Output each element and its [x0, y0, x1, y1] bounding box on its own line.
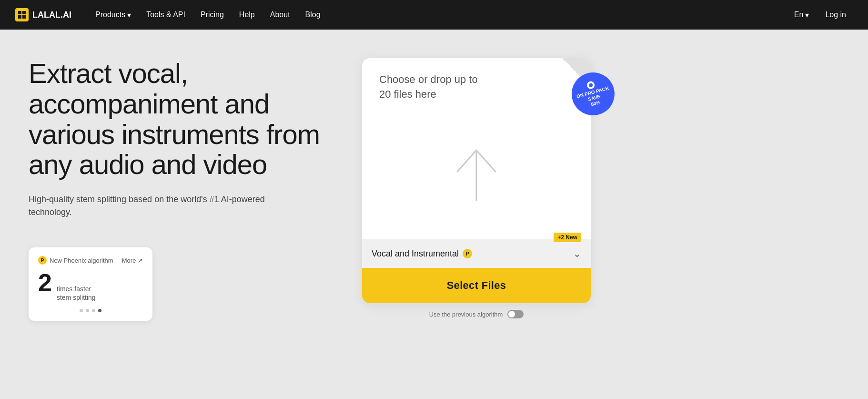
mini-card: P New Phoenix algorithm More ↗ 2 times f… — [29, 247, 152, 320]
pro-pack-dot — [586, 81, 595, 90]
pro-badge-icon: P — [463, 249, 472, 258]
hero-title: Extract vocal, accompaniment and various… — [29, 58, 333, 180]
upload-arrow-area — [379, 112, 574, 222]
new-badge: +2 New — [554, 233, 581, 242]
phoenix-icon: P — [38, 256, 47, 265]
nav-pricing[interactable]: Pricing — [194, 7, 231, 23]
nav-links: Products ▾ Tools & API Pricing Help Abou… — [89, 7, 788, 23]
stat-description: times faster stem splitting — [57, 285, 96, 302]
upload-arrow-icon — [438, 124, 515, 210]
chevron-down-icon: ▾ — [127, 10, 131, 20]
logo-icon — [15, 8, 29, 21]
prev-algo-label: Use the previous algorithm — [429, 311, 503, 318]
select-files-button[interactable]: Select Files — [362, 268, 591, 303]
logo-link[interactable]: LALAL.AI — [15, 8, 71, 21]
dot-1[interactable] — [80, 309, 83, 312]
nav-right: En ▾ Log in — [788, 7, 853, 23]
chevron-down-icon: ⌄ — [573, 248, 581, 259]
navbar: LALAL.AI Products ▾ Tools & API Pricing … — [0, 0, 868, 30]
dropdown-label: Vocal and Instrumental P — [372, 249, 472, 259]
stem-type-dropdown[interactable]: Vocal and Instrumental P ⌄ — [372, 239, 581, 268]
right-section: ON PRO PACK SAVE 50% Choose or drop up t… — [353, 58, 600, 380]
login-link[interactable]: Log in — [818, 7, 853, 23]
mini-card-stat: 2 times faster stem splitting — [38, 270, 143, 302]
dropdown-row: +2 New Vocal and Instrumental P ⌄ — [362, 239, 591, 268]
main-content: Extract vocal, accompaniment and various… — [0, 30, 868, 399]
drop-zone[interactable]: Choose or drop up to 20 files here — [362, 58, 591, 239]
dot-4[interactable] — [98, 309, 101, 312]
prev-algo-toggle[interactable] — [507, 310, 524, 318]
svg-rect-1 — [22, 11, 26, 14]
svg-rect-0 — [18, 11, 21, 14]
hero-subtitle: High-quality stem splitting based on the… — [29, 193, 267, 219]
nav-blog[interactable]: Blog — [299, 7, 327, 23]
svg-rect-3 — [22, 15, 26, 19]
dot-2[interactable] — [86, 309, 89, 312]
card-dots — [38, 309, 143, 312]
pro-pack-text: ON PRO PACK SAVE 50% — [574, 77, 612, 111]
svg-rect-2 — [18, 15, 21, 19]
nav-help[interactable]: Help — [232, 7, 262, 23]
logo-text: LALAL.AI — [32, 10, 71, 20]
chevron-down-icon: ▾ — [805, 10, 809, 20]
mini-card-tag: P New Phoenix algorithm — [38, 256, 113, 265]
dot-3[interactable] — [92, 309, 95, 312]
drop-text: Choose or drop up to 20 files here — [379, 72, 484, 102]
nav-about[interactable]: About — [263, 7, 297, 23]
mini-card-more-link[interactable]: More ↗ — [122, 257, 143, 264]
language-selector[interactable]: En ▾ — [788, 7, 815, 23]
pro-pack-badge[interactable]: ON PRO PACK SAVE 50% — [572, 72, 615, 115]
prev-algo-row: Use the previous algorithm — [427, 310, 526, 318]
nav-products[interactable]: Products ▾ — [89, 7, 138, 23]
upload-card: Choose or drop up to 20 files here +2 Ne… — [362, 58, 591, 303]
left-section: Extract vocal, accompaniment and various… — [29, 58, 333, 380]
mini-card-header: P New Phoenix algorithm More ↗ — [38, 256, 143, 265]
nav-tools-api[interactable]: Tools & API — [140, 7, 192, 23]
